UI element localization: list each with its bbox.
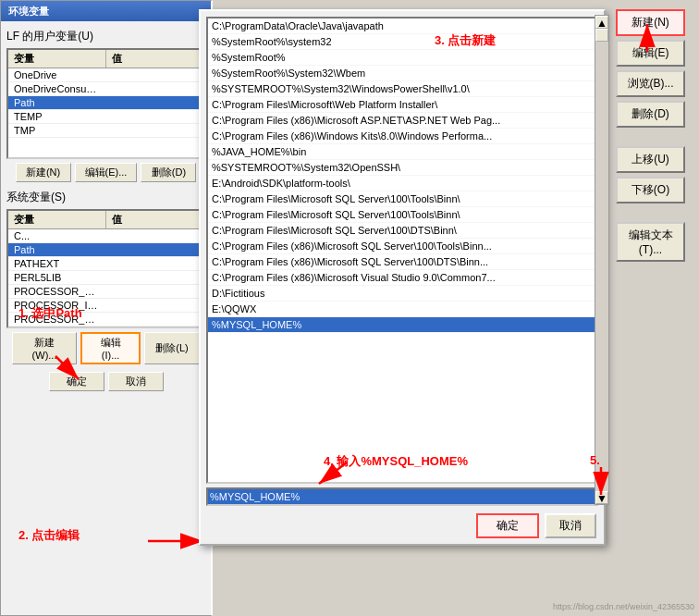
user-vars-section: LF 的用户变量(U) 变量 值 OneDrive OneDriveConsum… [6, 29, 205, 182]
watermark: https://blog.csdn.net/weixin_42365530 [553, 602, 694, 611]
user-var-row-onedrive[interactable]: OneDrive [8, 68, 203, 82]
sys-vars-label: 系统变量(S) [6, 190, 205, 205]
path-input-field[interactable] [206, 487, 598, 506]
user-new-button[interactable]: 新建(N) [16, 163, 71, 182]
path-list-item[interactable]: %SystemRoot%\System32\Wbem [208, 66, 596, 81]
user-table-header: 变量 值 [8, 50, 203, 68]
annotation-step3: 3. 点击新建 [435, 32, 496, 49]
arrow-step5 [592, 462, 638, 509]
sys-delete-button[interactable]: 删除(L) [144, 332, 200, 364]
user-var-row-onedriveconsumer[interactable]: OneDriveConsumer [8, 82, 203, 96]
path-list-item[interactable]: D:\Fictitious [208, 286, 596, 302]
sys-table-header: 变量 值 [8, 211, 203, 229]
user-var-row-temp[interactable]: TEMP [8, 110, 203, 124]
env-bottom-buttons: 确定 取消 [12, 372, 200, 391]
sys-var-row-proc-arch[interactable]: PROCESSOR_ARCHITECT... [8, 285, 203, 299]
sys-var-row-perl5lib[interactable]: PERL5LIB [8, 271, 203, 285]
path-input-row [206, 487, 598, 506]
path-list-item[interactable]: %JAVA_HOME%\bin [208, 144, 596, 160]
move-up-button[interactable]: 上移(U) [616, 146, 685, 173]
path-list-item[interactable]: E:\Android\SDK\platform-tools\ [208, 176, 596, 191]
path-list-item[interactable]: %SYSTEMROOT%\System32\WindowsPowerShell\… [208, 81, 596, 97]
svg-line-7 [319, 462, 347, 484]
path-list-item[interactable]: C:\Program Files (x86)\Windows Kits\8.0\… [208, 129, 596, 144]
user-var-row-path[interactable]: Path [8, 96, 203, 110]
sys-vars-section: 系统变量(S) 变量 值 C... Path PATHEXT PERL5LIB … [6, 190, 205, 391]
move-down-button[interactable]: 下移(O) [616, 177, 685, 203]
path-list-item[interactable]: C:\Program Files (x86)\Microsoft SQL Ser… [208, 254, 596, 270]
path-list-item[interactable]: C:\ProgramData\Oracle\Java\javapath [208, 18, 596, 34]
path-list-item[interactable]: C:\Program Files\Microsoft\Web Platform … [208, 97, 596, 113]
svg-line-1 [55, 356, 79, 379]
path-list[interactable]: C:\ProgramData\Oracle\Java\javapath%Syst… [206, 17, 598, 484]
env-dialog-title: 环境变量 [1, 1, 211, 21]
user-vars-table: 变量 值 OneDrive OneDriveConsumer Path TEMP… [6, 48, 205, 159]
arrow-step4 [310, 458, 356, 495]
path-list-item[interactable]: E:\QQWX [208, 302, 596, 317]
path-list-item[interactable]: C:\Program Files (x86)\Microsoft Visual … [208, 270, 596, 286]
path-list-item[interactable]: C:\Program Files (x86)\Microsoft SQL Ser… [208, 239, 596, 254]
user-vars-label: LF 的用户变量(U) [6, 29, 205, 44]
scroll-thumb[interactable] [595, 29, 608, 42]
path-list-item[interactable]: C:\Program Files\Microsoft SQL Server\10… [208, 191, 596, 207]
path-list-item[interactable]: C:\Program Files\Microsoft SQL Server\10… [208, 223, 596, 239]
sys-var-row-c[interactable]: C... [8, 229, 203, 243]
path-list-item[interactable]: C:\Program Files\Microsoft SQL Server\10… [208, 207, 596, 223]
delete-button[interactable]: 删除(D) [616, 101, 685, 128]
path-list-item[interactable]: %SystemRoot% [208, 50, 596, 66]
browse-button[interactable]: 浏览(B)... [616, 70, 685, 97]
annotation-step2: 2. 点击编辑 [18, 527, 80, 544]
path-list-scrollbar[interactable]: ▲ ▼ [595, 15, 609, 505]
user-var-row-tmp[interactable]: TMP [8, 124, 203, 138]
edit-text-button[interactable]: 编辑文本(T)... [616, 222, 685, 262]
path-ok-button[interactable]: 确定 [476, 513, 539, 538]
env-cancel-button[interactable]: 取消 [108, 372, 164, 391]
arrow-step3 [610, 17, 656, 54]
path-list-item[interactable]: C:\Program Files (x86)\Microsoft ASP.NET… [208, 113, 596, 129]
sys-var-row-path[interactable]: Path [8, 243, 203, 257]
user-delete-button[interactable]: 删除(D) [141, 163, 196, 182]
scroll-up-arrow[interactable]: ▲ [595, 16, 608, 29]
path-list-item[interactable]: %MYSQL_HOME% [208, 317, 596, 333]
user-var-buttons: 新建(N) 编辑(E)... 删除(D) [12, 163, 200, 182]
path-list-item[interactable]: %SYSTEMROOT%\System32\OpenSSH\ [208, 160, 596, 176]
path-dialog-bottom-buttons: 确定 取消 [201, 510, 604, 544]
path-cancel-button[interactable]: 取消 [545, 513, 596, 538]
sys-edit-button[interactable]: 编辑(I)... [80, 332, 141, 364]
arrow-step1 [51, 351, 88, 388]
user-edit-button[interactable]: 编辑(E)... [75, 163, 138, 182]
path-list-item[interactable]: %SystemRoot%\system32 [208, 34, 596, 50]
sys-var-buttons: 新建(W)... 编辑(I)... 删除(L) [12, 332, 200, 364]
sys-var-row-pathext[interactable]: PATHEXT [8, 257, 203, 271]
annotation-step1: 1. 选中Path [18, 305, 82, 322]
